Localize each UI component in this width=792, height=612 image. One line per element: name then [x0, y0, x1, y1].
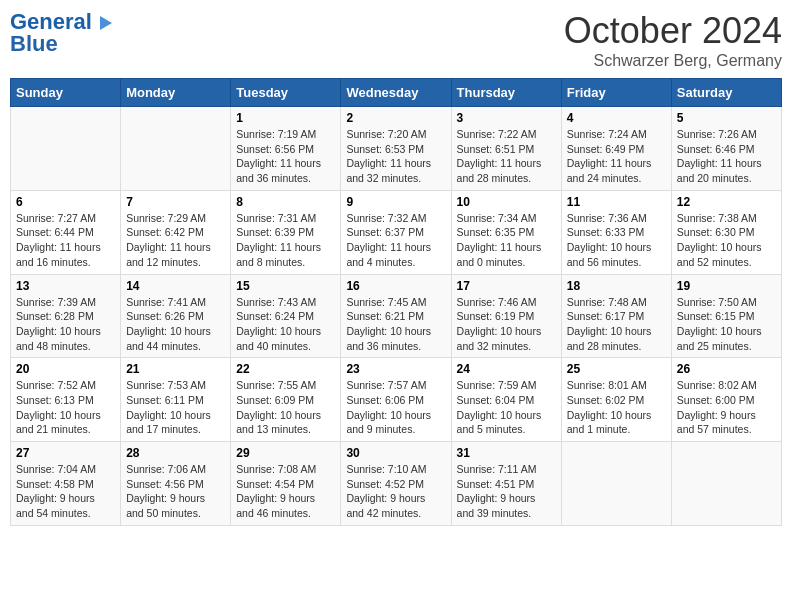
location-subtitle: Schwarzer Berg, Germany — [564, 52, 782, 70]
calendar-cell: 17Sunrise: 7:46 AM Sunset: 6:19 PM Dayli… — [451, 274, 561, 358]
calendar-cell: 13Sunrise: 7:39 AM Sunset: 6:28 PM Dayli… — [11, 274, 121, 358]
weekday-header-row: SundayMondayTuesdayWednesdayThursdayFrid… — [11, 79, 782, 107]
day-number: 7 — [126, 195, 225, 209]
calendar-cell: 23Sunrise: 7:57 AM Sunset: 6:06 PM Dayli… — [341, 358, 451, 442]
calendar-table: SundayMondayTuesdayWednesdayThursdayFrid… — [10, 78, 782, 526]
day-number: 30 — [346, 446, 445, 460]
calendar-cell: 30Sunrise: 7:10 AM Sunset: 4:52 PM Dayli… — [341, 442, 451, 526]
day-number: 24 — [457, 362, 556, 376]
calendar-cell: 1Sunrise: 7:19 AM Sunset: 6:56 PM Daylig… — [231, 107, 341, 191]
day-info: Sunrise: 7:38 AM Sunset: 6:30 PM Dayligh… — [677, 211, 776, 270]
calendar-cell: 5Sunrise: 7:26 AM Sunset: 6:46 PM Daylig… — [671, 107, 781, 191]
calendar-cell: 14Sunrise: 7:41 AM Sunset: 6:26 PM Dayli… — [121, 274, 231, 358]
day-info: Sunrise: 7:50 AM Sunset: 6:15 PM Dayligh… — [677, 295, 776, 354]
day-number: 17 — [457, 279, 556, 293]
day-number: 25 — [567, 362, 666, 376]
day-info: Sunrise: 8:02 AM Sunset: 6:00 PM Dayligh… — [677, 378, 776, 437]
day-number: 15 — [236, 279, 335, 293]
day-info: Sunrise: 7:43 AM Sunset: 6:24 PM Dayligh… — [236, 295, 335, 354]
day-info: Sunrise: 7:04 AM Sunset: 4:58 PM Dayligh… — [16, 462, 115, 521]
weekday-header-monday: Monday — [121, 79, 231, 107]
weekday-header-thursday: Thursday — [451, 79, 561, 107]
calendar-cell: 29Sunrise: 7:08 AM Sunset: 4:54 PM Dayli… — [231, 442, 341, 526]
day-number: 2 — [346, 111, 445, 125]
day-number: 12 — [677, 195, 776, 209]
calendar-cell: 4Sunrise: 7:24 AM Sunset: 6:49 PM Daylig… — [561, 107, 671, 191]
day-info: Sunrise: 7:11 AM Sunset: 4:51 PM Dayligh… — [457, 462, 556, 521]
day-info: Sunrise: 7:19 AM Sunset: 6:56 PM Dayligh… — [236, 127, 335, 186]
calendar-cell — [121, 107, 231, 191]
day-info: Sunrise: 7:26 AM Sunset: 6:46 PM Dayligh… — [677, 127, 776, 186]
day-info: Sunrise: 7:32 AM Sunset: 6:37 PM Dayligh… — [346, 211, 445, 270]
calendar-cell: 11Sunrise: 7:36 AM Sunset: 6:33 PM Dayli… — [561, 190, 671, 274]
calendar-cell: 8Sunrise: 7:31 AM Sunset: 6:39 PM Daylig… — [231, 190, 341, 274]
weekday-header-tuesday: Tuesday — [231, 79, 341, 107]
day-info: Sunrise: 7:52 AM Sunset: 6:13 PM Dayligh… — [16, 378, 115, 437]
calendar-cell: 26Sunrise: 8:02 AM Sunset: 6:00 PM Dayli… — [671, 358, 781, 442]
day-number: 4 — [567, 111, 666, 125]
day-info: Sunrise: 7:46 AM Sunset: 6:19 PM Dayligh… — [457, 295, 556, 354]
day-number: 20 — [16, 362, 115, 376]
day-number: 31 — [457, 446, 556, 460]
day-number: 3 — [457, 111, 556, 125]
day-info: Sunrise: 7:08 AM Sunset: 4:54 PM Dayligh… — [236, 462, 335, 521]
day-info: Sunrise: 7:36 AM Sunset: 6:33 PM Dayligh… — [567, 211, 666, 270]
weekday-header-friday: Friday — [561, 79, 671, 107]
day-info: Sunrise: 7:39 AM Sunset: 6:28 PM Dayligh… — [16, 295, 115, 354]
calendar-week-1: 1Sunrise: 7:19 AM Sunset: 6:56 PM Daylig… — [11, 107, 782, 191]
day-number: 14 — [126, 279, 225, 293]
calendar-cell: 31Sunrise: 7:11 AM Sunset: 4:51 PM Dayli… — [451, 442, 561, 526]
page-header: General Blue October 2024 Schwarzer Berg… — [10, 10, 782, 70]
month-title: October 2024 — [564, 10, 782, 52]
calendar-week-2: 6Sunrise: 7:27 AM Sunset: 6:44 PM Daylig… — [11, 190, 782, 274]
calendar-cell: 9Sunrise: 7:32 AM Sunset: 6:37 PM Daylig… — [341, 190, 451, 274]
day-number: 11 — [567, 195, 666, 209]
day-info: Sunrise: 7:10 AM Sunset: 4:52 PM Dayligh… — [346, 462, 445, 521]
day-info: Sunrise: 7:55 AM Sunset: 6:09 PM Dayligh… — [236, 378, 335, 437]
day-number: 10 — [457, 195, 556, 209]
day-number: 6 — [16, 195, 115, 209]
calendar-cell: 21Sunrise: 7:53 AM Sunset: 6:11 PM Dayli… — [121, 358, 231, 442]
day-info: Sunrise: 7:34 AM Sunset: 6:35 PM Dayligh… — [457, 211, 556, 270]
calendar-cell: 7Sunrise: 7:29 AM Sunset: 6:42 PM Daylig… — [121, 190, 231, 274]
day-info: Sunrise: 7:27 AM Sunset: 6:44 PM Dayligh… — [16, 211, 115, 270]
day-info: Sunrise: 7:53 AM Sunset: 6:11 PM Dayligh… — [126, 378, 225, 437]
day-info: Sunrise: 7:20 AM Sunset: 6:53 PM Dayligh… — [346, 127, 445, 186]
weekday-header-wednesday: Wednesday — [341, 79, 451, 107]
calendar-week-5: 27Sunrise: 7:04 AM Sunset: 4:58 PM Dayli… — [11, 442, 782, 526]
day-info: Sunrise: 7:41 AM Sunset: 6:26 PM Dayligh… — [126, 295, 225, 354]
day-number: 28 — [126, 446, 225, 460]
day-info: Sunrise: 7:24 AM Sunset: 6:49 PM Dayligh… — [567, 127, 666, 186]
calendar-cell: 3Sunrise: 7:22 AM Sunset: 6:51 PM Daylig… — [451, 107, 561, 191]
day-info: Sunrise: 7:31 AM Sunset: 6:39 PM Dayligh… — [236, 211, 335, 270]
calendar-week-3: 13Sunrise: 7:39 AM Sunset: 6:28 PM Dayli… — [11, 274, 782, 358]
day-number: 18 — [567, 279, 666, 293]
calendar-cell: 19Sunrise: 7:50 AM Sunset: 6:15 PM Dayli… — [671, 274, 781, 358]
day-info: Sunrise: 7:29 AM Sunset: 6:42 PM Dayligh… — [126, 211, 225, 270]
title-block: October 2024 Schwarzer Berg, Germany — [564, 10, 782, 70]
calendar-cell: 12Sunrise: 7:38 AM Sunset: 6:30 PM Dayli… — [671, 190, 781, 274]
calendar-cell: 25Sunrise: 8:01 AM Sunset: 6:02 PM Dayli… — [561, 358, 671, 442]
day-info: Sunrise: 7:57 AM Sunset: 6:06 PM Dayligh… — [346, 378, 445, 437]
day-number: 21 — [126, 362, 225, 376]
day-info: Sunrise: 7:06 AM Sunset: 4:56 PM Dayligh… — [126, 462, 225, 521]
day-number: 19 — [677, 279, 776, 293]
day-number: 23 — [346, 362, 445, 376]
calendar-cell: 16Sunrise: 7:45 AM Sunset: 6:21 PM Dayli… — [341, 274, 451, 358]
weekday-header-saturday: Saturday — [671, 79, 781, 107]
day-number: 9 — [346, 195, 445, 209]
day-info: Sunrise: 7:48 AM Sunset: 6:17 PM Dayligh… — [567, 295, 666, 354]
logo-arrow-icon — [100, 16, 112, 30]
logo: General Blue — [10, 10, 112, 56]
calendar-cell — [11, 107, 121, 191]
calendar-cell: 2Sunrise: 7:20 AM Sunset: 6:53 PM Daylig… — [341, 107, 451, 191]
day-info: Sunrise: 8:01 AM Sunset: 6:02 PM Dayligh… — [567, 378, 666, 437]
calendar-cell: 10Sunrise: 7:34 AM Sunset: 6:35 PM Dayli… — [451, 190, 561, 274]
weekday-header-sunday: Sunday — [11, 79, 121, 107]
calendar-cell — [561, 442, 671, 526]
calendar-cell: 22Sunrise: 7:55 AM Sunset: 6:09 PM Dayli… — [231, 358, 341, 442]
calendar-cell: 15Sunrise: 7:43 AM Sunset: 6:24 PM Dayli… — [231, 274, 341, 358]
calendar-cell: 6Sunrise: 7:27 AM Sunset: 6:44 PM Daylig… — [11, 190, 121, 274]
day-number: 29 — [236, 446, 335, 460]
day-number: 27 — [16, 446, 115, 460]
